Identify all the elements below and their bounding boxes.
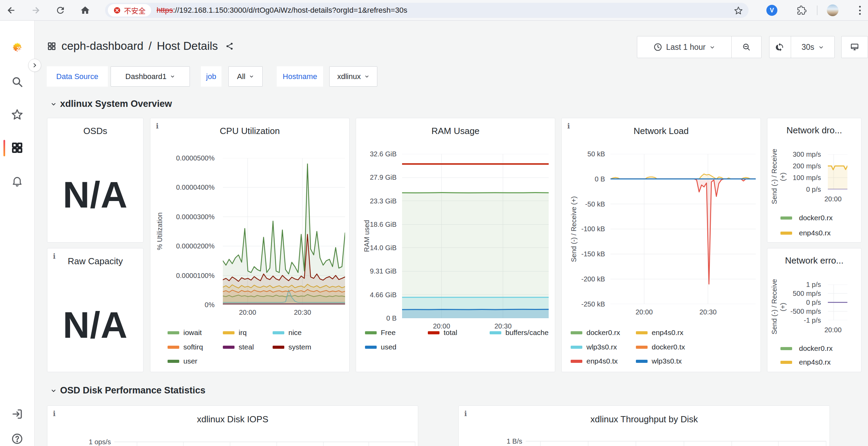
legend-item[interactable]: wlp3s0.rx [571,343,617,352]
legend-item[interactable]: enp4s0.rx [780,228,831,237]
panel-title[interactable]: Network Load [562,126,761,136]
panel-title[interactable]: Network dro... [767,125,861,136]
legend-item[interactable]: enp4s0.rx [636,328,683,337]
search-icon[interactable] [10,75,24,89]
browser-home-button[interactable] [79,4,91,16]
panel-title[interactable]: Network erro... [767,255,861,266]
network-errors-chart[interactable] [828,285,847,320]
y-axis-ticks: 32.6 GiB 27.9 GiB 23.3 GiB 18.6 GiB 14.0… [356,154,401,318]
address-bar[interactable]: 不安全 https://192.168.1.150:3000/d/rtOg0Ai… [105,3,749,18]
panel-title[interactable]: Raw Capacity [47,256,143,267]
starred-icon[interactable] [10,108,24,121]
legend-swatch [273,331,284,334]
bookmark-star-icon[interactable] [734,6,743,15]
panel-network-load: i Network Load Send (-) / Receive (+) 50… [561,118,761,372]
variables-row: Data Source Dashboard1 job All Hostname … [35,66,868,87]
url-text[interactable]: https://192.168.1.150:3000/d/rtOg0AiWz/h… [157,6,407,15]
ram-chart[interactable] [402,154,549,318]
legend-item[interactable]: enp4s0.rx [780,358,831,367]
legend-item[interactable]: nice [273,328,302,337]
legend-item[interactable]: system [273,343,311,352]
legend-swatch [273,346,284,349]
legend-item[interactable]: user [168,357,197,366]
extension-v-icon[interactable]: V [766,5,777,16]
url-scheme: https [157,6,173,14]
legend-item[interactable]: total [428,328,457,337]
dashboards-icon[interactable] [10,141,24,155]
refresh-button[interactable] [769,36,791,58]
network-load-chart[interactable] [610,154,756,304]
legend-item[interactable]: docker0.rx [571,328,620,337]
clock-icon [653,43,662,52]
chevron-down-icon [818,44,824,50]
legend-item[interactable]: buffers/cache [490,328,549,337]
legend-item[interactable]: wlp3s0.tx [636,357,682,366]
legend-item[interactable]: iowait [168,328,202,337]
legend-swatch [168,346,179,349]
security-badge-label: 不安全 [124,5,146,15]
panel-title[interactable]: RAM Usage [356,126,555,136]
section-osd-disk-performance[interactable]: OSD Disk Performance Statistics [50,385,205,396]
kiosk-mode-button[interactable] [841,36,868,58]
help-icon[interactable] [10,432,24,446]
refresh-interval-picker[interactable]: 30s [791,36,834,58]
browser-reload-button[interactable] [54,4,67,16]
browser-forward-button[interactable] [30,4,42,16]
zoom-out-icon [742,43,751,52]
browser-menu-icon[interactable] [859,6,861,15]
breadcrumb-folder[interactable]: ceph-dashboard [61,40,144,53]
legend-item[interactable]: steal [223,343,254,352]
legend-swatch [168,360,179,363]
legend-swatch [780,361,792,364]
filter-value-hostname[interactable]: xdlinux [329,66,377,87]
panel-title[interactable]: CPU Utilization [150,126,349,136]
zoom-out-button[interactable] [732,36,761,58]
sign-in-icon[interactable] [10,407,24,421]
share-icon[interactable] [225,42,234,51]
time-range-picker[interactable]: Last 1 hour [637,36,731,58]
chevron-down-icon [170,74,175,79]
legend-item[interactable]: enp4s0.tx [571,357,618,366]
breadcrumb-dashboard[interactable]: Host Details [157,40,218,53]
extensions-puzzle-icon[interactable] [797,5,807,15]
grafana-logo[interactable] [10,41,24,55]
grafana-sidebar [0,21,35,446]
legend-item[interactable]: docker0.rx [780,344,833,353]
filter-value-datasource[interactable]: Dashboard1 [111,66,190,87]
gridlines [459,406,830,446]
sidebar-expand-button[interactable] [28,59,41,72]
y-axis-ticks: 300 mp/s 200 mp/s 100 mp/s 0 p/s [767,154,825,189]
x-axis-tick: 20:00 [816,194,850,203]
alerting-bell-icon[interactable] [10,174,24,188]
time-controls: Last 1 hour [637,36,762,58]
legend-swatch [636,360,648,363]
dashboard-content: ceph-dashboard / Host Details Last 1 hou… [35,21,868,446]
refresh-controls: 30s [769,36,835,58]
monitor-icon [850,43,859,52]
refresh-interval-label: 30s [801,43,814,52]
legend-item[interactable]: irq [223,328,247,337]
section-system-overview[interactable]: xdlinux System Overview [50,99,172,109]
chevron-down-icon [50,101,57,107]
legend-swatch [636,331,648,334]
legend-swatch [365,331,377,334]
legend-item[interactable]: softirq [168,343,203,352]
panel-throughput-by-disk: i xdlinux Throughput by Disk 1 B/s [458,405,830,446]
panel-network-drops: Network dro... Send (-) / Receive (+) 30… [767,118,861,243]
filter-label-job: job [201,66,221,87]
panel-ram-usage: RAM Usage RAM used 32.6 GiB 27.9 GiB 23.… [356,118,555,372]
security-badge[interactable]: 不安全 [108,4,151,16]
profile-avatar[interactable] [827,4,838,16]
legend-item[interactable]: docker0.tx [636,343,685,352]
legend-item[interactable]: Free [365,328,396,337]
chevron-down-icon [364,74,369,79]
browser-back-button[interactable] [5,4,18,16]
filter-value-job[interactable]: All [228,66,263,87]
panel-title[interactable]: OSDs [47,126,143,136]
active-nav-indicator [3,140,5,156]
url-rest: ://192.168.1.150:3000/d/rtOg0AiWz/host-d… [173,6,407,14]
legend-item[interactable]: used [365,343,397,352]
cpu-chart[interactable] [223,158,345,305]
legend-item[interactable]: docker0.rx [780,213,833,222]
network-drops-chart[interactable] [828,154,847,189]
